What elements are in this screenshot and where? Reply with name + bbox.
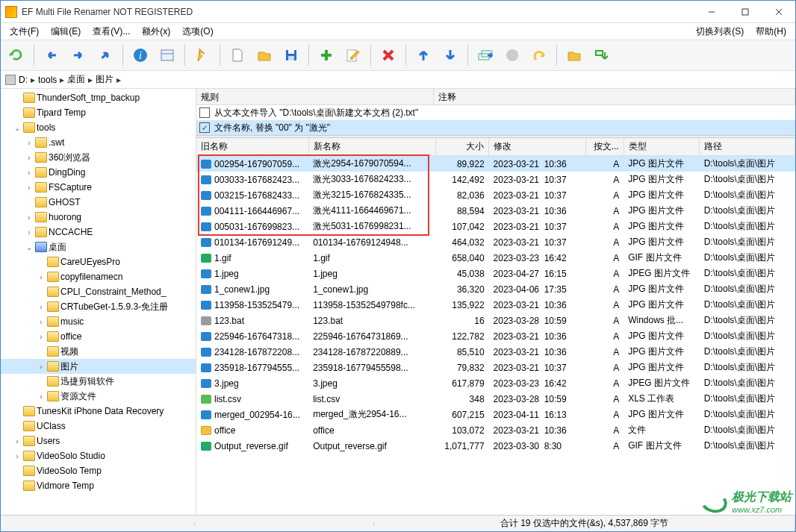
undo-button[interactable] (526, 43, 552, 68)
tree-item[interactable]: ›DingDing (1, 165, 196, 180)
tree-item[interactable]: ›NCCACHE (1, 225, 196, 240)
tree-item[interactable]: ›music (1, 314, 196, 329)
table-row[interactable]: 3.jpeg3.jpeg617,8792023-03-23 16:42AJPEG… (196, 375, 795, 391)
tree-item[interactable]: ›FSCapture (1, 180, 196, 195)
expander-icon[interactable]: › (25, 169, 34, 177)
table-row[interactable]: 225946-167647318...225946-16764731869...… (196, 328, 795, 344)
add-button[interactable] (314, 43, 339, 68)
col-path[interactable]: 路径 (700, 138, 795, 156)
pathbar[interactable]: D:▸ tools▸ 桌面▸ 图片▸ (1, 71, 795, 89)
menu-switchlist[interactable]: 切换列表(S) (690, 24, 750, 40)
table-row[interactable]: officeoffice103,0722023-03-21 10:36A文件D:… (196, 422, 795, 438)
expander-icon[interactable]: › (25, 213, 34, 222)
tree-item[interactable]: Tipard Temp (1, 105, 196, 120)
tree-item[interactable]: ›huorong (1, 210, 196, 225)
expander-icon[interactable]: › (13, 452, 22, 460)
nav-forward-button[interactable] (66, 43, 91, 68)
save-button[interactable] (279, 43, 304, 68)
tree-item[interactable]: VideoSolo Temp (1, 463, 196, 478)
tree-item[interactable]: ThunderSoft_tmp_backup (1, 90, 196, 105)
expander-icon[interactable]: › (25, 228, 34, 237)
table-row[interactable]: merged_002954-16...merged_激光2954-16...60… (196, 407, 795, 422)
tree-item[interactable]: Vidmore Temp (1, 478, 196, 493)
new-doc-button[interactable] (225, 43, 250, 68)
rule-2-checkbox[interactable]: ✔ (199, 122, 210, 133)
crumb-3[interactable]: 图片 (96, 73, 114, 86)
expander-icon[interactable]: › (13, 437, 22, 445)
table-row[interactable]: 005031-167699823...激光5031-1676998231...1… (196, 219, 795, 234)
col-old[interactable]: 旧名称 (196, 138, 308, 156)
minimize-button[interactable] (694, 1, 728, 23)
table-row[interactable]: 235918-167794555...235918-16779455598...… (196, 360, 795, 375)
rules-col-note[interactable]: 注释 (434, 89, 795, 104)
col-mod[interactable]: 修改 (489, 138, 586, 156)
menu-view[interactable]: 查看(V)... (87, 24, 136, 40)
crumb-drive[interactable]: D: (19, 75, 28, 85)
close-button[interactable] (762, 1, 795, 23)
expander-icon[interactable]: › (37, 318, 46, 326)
table-row[interactable]: 002954-167907059...激光2954-1679070594...8… (196, 156, 795, 172)
menu-file[interactable]: 文件(F) (4, 24, 45, 40)
tree-item[interactable]: CPLI_Constraint_Method_ (1, 284, 196, 299)
table-row[interactable]: 123.bat123.bat162023-03-28 10:59AWindows… (196, 313, 795, 328)
table-row[interactable]: 1_conew1.jpg1_conew1.jpg36,3202023-04-06… (196, 281, 795, 297)
col-size[interactable]: 大小 (436, 138, 489, 156)
expander-icon[interactable]: ⌄ (13, 124, 22, 132)
table-row[interactable]: list.csvlist.csv3482023-03-28 10:59AXLS … (196, 391, 795, 407)
tree-item[interactable]: ›360浏览器 (1, 150, 196, 165)
file-table[interactable]: 旧名称 新名称 大小 修改 按文... 类型 路径 002954-1679070… (196, 138, 795, 454)
nav-back-button[interactable] (39, 43, 64, 68)
batch-button[interactable] (473, 43, 498, 68)
export-button[interactable] (588, 43, 614, 68)
folder-button[interactable] (562, 43, 587, 68)
expander-icon[interactable]: › (37, 303, 46, 311)
expander-icon[interactable]: › (37, 363, 46, 371)
tree-item[interactable]: ⌄桌面 (1, 240, 196, 254)
tree-item[interactable]: ›CRTubeGet-1.5.9.3-免注册 (1, 299, 196, 314)
open-button[interactable] (252, 43, 277, 68)
table-row[interactable]: 003215-167682433...激光3215-1676824335...8… (196, 187, 795, 203)
tree-item[interactable]: ›.swt (1, 135, 196, 150)
tree-item[interactable]: ›图片 (1, 359, 196, 374)
rule-1-checkbox[interactable] (199, 107, 210, 118)
tree-item[interactable]: ›office (1, 329, 196, 344)
rules-col-rule[interactable]: 规则 (196, 89, 434, 104)
maximize-button[interactable] (728, 1, 762, 23)
info-button[interactable]: i (128, 43, 153, 68)
run-button[interactable] (190, 43, 215, 68)
tree-item[interactable]: ›Users (1, 434, 196, 448)
col-attr[interactable]: 按文... (585, 138, 624, 156)
preview-button[interactable] (155, 43, 180, 68)
expander-icon[interactable]: › (37, 392, 46, 401)
delete-button[interactable] (376, 43, 401, 68)
tree-item[interactable]: 迅捷剪辑软件 (1, 374, 196, 389)
tree-item[interactable]: ›VideoSolo Studio (1, 448, 196, 463)
move-down-button[interactable] (438, 43, 463, 68)
tree-item[interactable]: UClass (1, 419, 196, 434)
table-row[interactable]: 1.jpeg1.jpeg45,0382023-04-27 16:15AJPEG … (196, 266, 795, 281)
table-row[interactable]: Output_reverse.gifOutput_reverse.gif1,07… (196, 438, 795, 454)
col-type[interactable]: 类型 (624, 138, 699, 156)
table-row[interactable]: 1.gif1.gif658,0402023-03-23 16:42AGIF 图片… (196, 250, 795, 266)
expander-icon[interactable]: › (25, 184, 34, 192)
table-row[interactable]: 234128-167872208...234128-16787220889...… (196, 344, 795, 360)
tree-item[interactable]: ›copyfilenamecn (1, 269, 196, 284)
crumb-1[interactable]: tools (38, 75, 57, 85)
table-row[interactable]: 003033-167682423...激光3033-1676824233...1… (196, 172, 795, 187)
rule-row-1[interactable]: 从文本文件导入 "D:\tools\桌面\新建文本文档 (2).txt" (196, 105, 795, 120)
expander-icon[interactable]: › (25, 139, 34, 147)
menu-extra[interactable]: 额外(x) (136, 24, 176, 40)
edit-button[interactable] (341, 43, 366, 68)
expander-icon[interactable]: › (25, 154, 34, 162)
expander-icon[interactable]: › (37, 273, 46, 281)
rule-row-2[interactable]: ✔ 文件名称, 替换 "00" 为 "激光" (196, 120, 795, 135)
move-up-button[interactable] (411, 43, 436, 68)
expander-icon[interactable]: › (37, 333, 46, 341)
tree-item[interactable]: ⌄tools (1, 120, 196, 135)
table-row[interactable]: 113958-153525479...113958-15352549798fc.… (196, 297, 795, 313)
tree-item[interactable]: CareUEyesPro (1, 254, 196, 269)
tree-item[interactable]: ›资源文件 (1, 389, 196, 404)
menu-options[interactable]: 选项(O) (176, 24, 219, 40)
nav-up-button[interactable] (93, 43, 118, 68)
tree-item[interactable]: GHOST (1, 195, 196, 210)
